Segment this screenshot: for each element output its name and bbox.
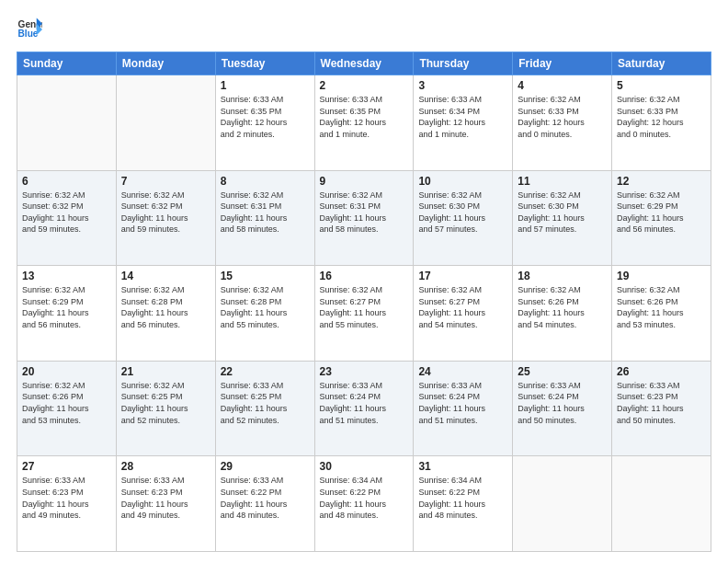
day-info: Sunrise: 6:32 AM Sunset: 6:33 PM Dayligh…	[617, 94, 706, 140]
day-info: Sunrise: 6:32 AM Sunset: 6:28 PM Dayligh…	[121, 284, 210, 330]
day-info: Sunrise: 6:32 AM Sunset: 6:26 PM Dayligh…	[22, 380, 111, 426]
day-number: 6	[22, 175, 111, 188]
day-number: 31	[418, 460, 507, 473]
day-number: 1	[221, 79, 310, 92]
day-number: 21	[121, 365, 210, 378]
day-number: 13	[22, 270, 111, 282]
calendar-cell	[513, 456, 612, 552]
calendar-cell: 15Sunrise: 6:32 AM Sunset: 6:28 PM Dayli…	[215, 266, 314, 362]
day-number: 30	[320, 460, 409, 473]
weekday-thursday: Thursday	[414, 52, 513, 75]
weekday-monday: Monday	[116, 52, 215, 75]
logo-icon: General Blue	[17, 17, 42, 42]
page: General Blue SundayMondayTuesdayWednesda…	[0, 0, 728, 563]
calendar-cell: 27Sunrise: 6:33 AM Sunset: 6:23 PM Dayli…	[17, 456, 117, 552]
weekday-saturday: Saturday	[612, 52, 711, 75]
day-number: 20	[22, 365, 111, 378]
calendar-row-4: 27Sunrise: 6:33 AM Sunset: 6:23 PM Dayli…	[17, 456, 711, 552]
day-number: 10	[418, 175, 507, 188]
day-info: Sunrise: 6:32 AM Sunset: 6:31 PM Dayligh…	[221, 190, 310, 236]
day-info: Sunrise: 6:33 AM Sunset: 6:24 PM Dayligh…	[418, 380, 507, 426]
day-info: Sunrise: 6:32 AM Sunset: 6:27 PM Dayligh…	[320, 284, 409, 330]
calendar-cell: 21Sunrise: 6:32 AM Sunset: 6:25 PM Dayli…	[116, 361, 215, 456]
calendar-cell: 5Sunrise: 6:32 AM Sunset: 6:33 PM Daylig…	[612, 75, 711, 171]
calendar-cell: 19Sunrise: 6:32 AM Sunset: 6:26 PM Dayli…	[612, 266, 711, 362]
day-number: 17	[418, 270, 507, 282]
calendar-cell: 20Sunrise: 6:32 AM Sunset: 6:26 PM Dayli…	[17, 361, 117, 456]
weekday-wednesday: Wednesday	[314, 52, 414, 75]
day-number: 26	[617, 365, 706, 378]
day-info: Sunrise: 6:32 AM Sunset: 6:29 PM Dayligh…	[617, 190, 706, 236]
svg-text:Blue: Blue	[18, 29, 39, 39]
day-info: Sunrise: 6:32 AM Sunset: 6:27 PM Dayligh…	[418, 284, 507, 330]
day-info: Sunrise: 6:33 AM Sunset: 6:35 PM Dayligh…	[320, 94, 409, 140]
calendar-cell: 7Sunrise: 6:32 AM Sunset: 6:32 PM Daylig…	[116, 170, 215, 266]
calendar-cell: 10Sunrise: 6:32 AM Sunset: 6:30 PM Dayli…	[414, 170, 513, 266]
calendar-row-1: 6Sunrise: 6:32 AM Sunset: 6:32 PM Daylig…	[17, 170, 711, 266]
calendar-row-2: 13Sunrise: 6:32 AM Sunset: 6:29 PM Dayli…	[17, 266, 711, 362]
calendar-cell: 23Sunrise: 6:33 AM Sunset: 6:24 PM Dayli…	[314, 361, 414, 456]
calendar-cell: 3Sunrise: 6:33 AM Sunset: 6:34 PM Daylig…	[414, 75, 513, 171]
day-number: 19	[617, 270, 706, 282]
calendar-row-3: 20Sunrise: 6:32 AM Sunset: 6:26 PM Dayli…	[17, 361, 711, 456]
header: General Blue	[17, 17, 711, 42]
day-info: Sunrise: 6:32 AM Sunset: 6:32 PM Dayligh…	[22, 190, 111, 236]
day-number: 16	[320, 270, 409, 282]
calendar-cell: 1Sunrise: 6:33 AM Sunset: 6:35 PM Daylig…	[215, 75, 314, 171]
day-number: 9	[320, 175, 409, 188]
day-info: Sunrise: 6:32 AM Sunset: 6:28 PM Dayligh…	[221, 284, 310, 330]
calendar-cell: 9Sunrise: 6:32 AM Sunset: 6:31 PM Daylig…	[314, 170, 414, 266]
calendar-cell	[116, 75, 215, 171]
day-number: 4	[518, 79, 607, 92]
day-number: 18	[518, 270, 607, 282]
weekday-sunday: Sunday	[17, 52, 117, 75]
calendar-cell: 6Sunrise: 6:32 AM Sunset: 6:32 PM Daylig…	[17, 170, 117, 266]
calendar-cell: 30Sunrise: 6:34 AM Sunset: 6:22 PM Dayli…	[314, 456, 414, 552]
calendar-cell	[17, 75, 117, 171]
day-number: 25	[518, 365, 607, 378]
day-info: Sunrise: 6:32 AM Sunset: 6:25 PM Dayligh…	[121, 380, 210, 426]
day-info: Sunrise: 6:32 AM Sunset: 6:26 PM Dayligh…	[518, 284, 607, 330]
day-number: 2	[320, 79, 409, 92]
day-number: 28	[121, 460, 210, 473]
day-info: Sunrise: 6:32 AM Sunset: 6:30 PM Dayligh…	[418, 190, 507, 236]
day-number: 5	[617, 79, 706, 92]
weekday-friday: Friday	[513, 52, 612, 75]
day-info: Sunrise: 6:34 AM Sunset: 6:22 PM Dayligh…	[418, 475, 507, 521]
day-info: Sunrise: 6:33 AM Sunset: 6:23 PM Dayligh…	[22, 475, 111, 521]
day-info: Sunrise: 6:33 AM Sunset: 6:22 PM Dayligh…	[221, 475, 310, 521]
weekday-header-row: SundayMondayTuesdayWednesdayThursdayFrid…	[17, 52, 711, 75]
calendar-cell: 18Sunrise: 6:32 AM Sunset: 6:26 PM Dayli…	[513, 266, 612, 362]
day-number: 27	[22, 460, 111, 473]
calendar-cell: 14Sunrise: 6:32 AM Sunset: 6:28 PM Dayli…	[116, 266, 215, 362]
day-number: 11	[518, 175, 607, 188]
calendar-cell: 31Sunrise: 6:34 AM Sunset: 6:22 PM Dayli…	[414, 456, 513, 552]
day-info: Sunrise: 6:32 AM Sunset: 6:29 PM Dayligh…	[22, 284, 111, 330]
day-info: Sunrise: 6:32 AM Sunset: 6:33 PM Dayligh…	[518, 94, 607, 140]
day-number: 7	[121, 175, 210, 188]
day-info: Sunrise: 6:33 AM Sunset: 6:34 PM Dayligh…	[418, 94, 507, 140]
calendar-cell: 26Sunrise: 6:33 AM Sunset: 6:23 PM Dayli…	[612, 361, 711, 456]
day-info: Sunrise: 6:34 AM Sunset: 6:22 PM Dayligh…	[320, 475, 409, 521]
calendar-cell: 28Sunrise: 6:33 AM Sunset: 6:23 PM Dayli…	[116, 456, 215, 552]
day-info: Sunrise: 6:33 AM Sunset: 6:23 PM Dayligh…	[617, 380, 706, 426]
day-number: 15	[221, 270, 310, 282]
day-info: Sunrise: 6:33 AM Sunset: 6:25 PM Dayligh…	[221, 380, 310, 426]
day-info: Sunrise: 6:32 AM Sunset: 6:32 PM Dayligh…	[121, 190, 210, 236]
day-number: 8	[221, 175, 310, 188]
day-number: 23	[320, 365, 409, 378]
logo: General Blue	[17, 17, 42, 42]
calendar-cell: 29Sunrise: 6:33 AM Sunset: 6:22 PM Dayli…	[215, 456, 314, 552]
day-info: Sunrise: 6:33 AM Sunset: 6:23 PM Dayligh…	[121, 475, 210, 521]
calendar-cell: 25Sunrise: 6:33 AM Sunset: 6:24 PM Dayli…	[513, 361, 612, 456]
day-number: 3	[418, 79, 507, 92]
calendar-cell: 13Sunrise: 6:32 AM Sunset: 6:29 PM Dayli…	[17, 266, 117, 362]
weekday-tuesday: Tuesday	[215, 52, 314, 75]
day-info: Sunrise: 6:32 AM Sunset: 6:30 PM Dayligh…	[518, 190, 607, 236]
calendar-cell	[612, 456, 711, 552]
day-number: 22	[221, 365, 310, 378]
calendar-cell: 11Sunrise: 6:32 AM Sunset: 6:30 PM Dayli…	[513, 170, 612, 266]
day-info: Sunrise: 6:33 AM Sunset: 6:24 PM Dayligh…	[320, 380, 409, 426]
day-info: Sunrise: 6:33 AM Sunset: 6:24 PM Dayligh…	[518, 380, 607, 426]
calendar-cell: 8Sunrise: 6:32 AM Sunset: 6:31 PM Daylig…	[215, 170, 314, 266]
